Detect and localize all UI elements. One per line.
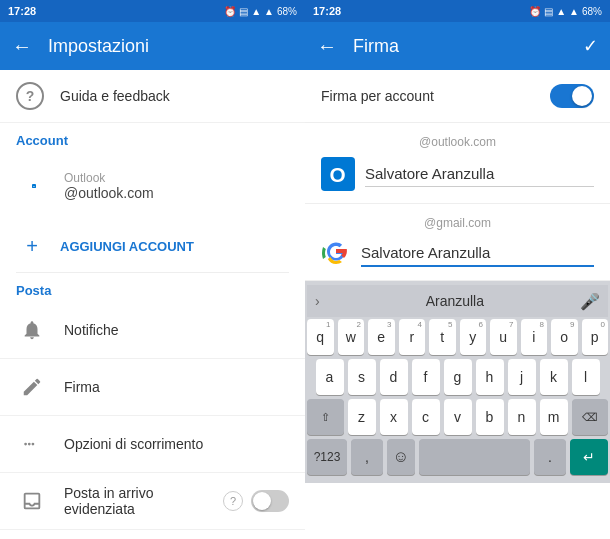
key-o[interactable]: o9 <box>551 319 578 355</box>
help-icon: ? <box>16 82 44 110</box>
page-title-left: Impostazioni <box>48 36 293 57</box>
numbers-key[interactable]: ?123 <box>307 439 347 475</box>
chevron-icon: › <box>315 293 320 309</box>
add-account-label: AGGIUNGI ACCOUNT <box>60 239 194 254</box>
add-account-row[interactable]: + AGGIUNGI ACCOUNT <box>0 220 305 272</box>
time-left: 17:28 <box>8 5 36 17</box>
outlook-firma-icon: O <box>321 157 355 191</box>
key-f[interactable]: f <box>412 359 440 395</box>
status-icons-right: ⏰ ▤ ▲ ▲ 68% <box>529 6 602 17</box>
key-q[interactable]: q1 <box>307 319 334 355</box>
key-c[interactable]: c <box>412 399 440 435</box>
key-w[interactable]: w2 <box>338 319 365 355</box>
enter-key[interactable]: ↵ <box>570 439 608 475</box>
suggestion-word[interactable]: Aranzulla <box>330 293 580 309</box>
status-icons-left: ⏰ ▤ ▲ ▲ 68% <box>224 6 297 17</box>
key-b[interactable]: b <box>476 399 504 435</box>
account-info: Outlook @outlook.com <box>64 171 154 201</box>
firma-label: Firma <box>64 379 289 395</box>
svg-point-4 <box>32 443 35 446</box>
outlook-firma-row: O <box>321 157 594 191</box>
settings-content: ? Guida e feedback Account O Outlook @ou… <box>0 70 305 539</box>
pen-icon <box>16 371 48 403</box>
firma-item[interactable]: Firma <box>0 359 305 416</box>
notifiche-label: Notifiche <box>64 322 289 338</box>
key-p[interactable]: p0 <box>582 319 609 355</box>
bell-icon <box>16 314 48 346</box>
key-e[interactable]: e3 <box>368 319 395 355</box>
key-h[interactable]: h <box>476 359 504 395</box>
scroll-label: Opzioni di scorrimento <box>64 436 289 452</box>
firma-toggle[interactable] <box>550 84 594 108</box>
key-j[interactable]: j <box>508 359 536 395</box>
svg-point-3 <box>28 443 31 446</box>
account-section-header: Account <box>0 123 305 152</box>
alarm-icon-r: ⏰ <box>529 6 541 17</box>
focused-inbox-label: Posta in arrivo evidenziata <box>64 485 223 517</box>
scroll-options-item[interactable]: Opzioni di scorrimento <box>0 416 305 473</box>
notifiche-item[interactable]: Notifiche <box>0 302 305 359</box>
keyboard-row-1: q1 w2 e3 r4 t5 y6 u7 i8 o9 p0 <box>307 319 608 355</box>
outlook-signature-input[interactable] <box>365 161 594 187</box>
save-check-button[interactable]: ✓ <box>583 35 598 57</box>
outlook-firma-section: @outlook.com O <box>305 123 610 204</box>
settings-panel: 17:28 ⏰ ▤ ▲ ▲ 68% ← Impostazioni ? Guida… <box>0 0 305 539</box>
emoji-key[interactable]: ☺ <box>387 439 415 475</box>
key-v[interactable]: v <box>444 399 472 435</box>
battery-icon: 68% <box>277 6 297 17</box>
wifi-icon-r: ▲ <box>556 6 566 17</box>
firma-toggle-row: Firma per account <box>305 70 610 123</box>
key-s[interactable]: s <box>348 359 376 395</box>
mic-icon[interactable]: 🎤 <box>580 292 600 311</box>
keyboard-row-3: ⇧ z x c v b n m ⌫ <box>307 399 608 435</box>
outlook-firma-email: @outlook.com <box>321 135 594 149</box>
backspace-key[interactable]: ⌫ <box>572 399 609 435</box>
key-k[interactable]: k <box>540 359 568 395</box>
help-label: Guida e feedback <box>60 88 289 104</box>
keyboard: › Aranzulla 🎤 q1 w2 e3 r4 t5 y6 u7 i8 o9… <box>305 281 610 483</box>
posta-section-header: Posta <box>0 273 305 302</box>
time-right: 17:28 <box>313 5 341 17</box>
key-n[interactable]: n <box>508 399 536 435</box>
alarm-icon: ⏰ <box>224 6 236 17</box>
keyboard-row-4: ?123 , ☺ . ↵ <box>307 439 608 475</box>
gmail-firma-section: @gmail.com <box>305 204 610 281</box>
sim-icon-r: ▤ <box>544 6 553 17</box>
key-z[interactable]: z <box>348 399 376 435</box>
status-bar-left: 17:28 ⏰ ▤ ▲ ▲ 68% <box>0 0 305 22</box>
key-a[interactable]: a <box>316 359 344 395</box>
outlook-account-item[interactable]: O Outlook @outlook.com <box>0 152 305 220</box>
space-key[interactable] <box>419 439 530 475</box>
shift-key[interactable]: ⇧ <box>307 399 344 435</box>
gmail-firma-email: @gmail.com <box>321 216 594 230</box>
period-key[interactable]: . <box>534 439 566 475</box>
status-bar-right: 17:28 ⏰ ▤ ▲ ▲ 68% <box>305 0 610 22</box>
key-d[interactable]: d <box>380 359 408 395</box>
gmail-signature-input[interactable] <box>361 240 594 267</box>
inbox-icon <box>16 485 48 517</box>
google-firma-icon <box>321 238 351 268</box>
key-t[interactable]: t5 <box>429 319 456 355</box>
help-feedback-item[interactable]: ? Guida e feedback <box>0 70 305 123</box>
account-email: @outlook.com <box>64 185 154 201</box>
key-l[interactable]: l <box>572 359 600 395</box>
signal-icon-r: ▲ <box>569 6 579 17</box>
focused-inbox-toggle[interactable] <box>251 490 289 512</box>
sim-icon: ▤ <box>239 6 248 17</box>
key-r[interactable]: r4 <box>399 319 426 355</box>
info-icon: ? <box>223 491 243 511</box>
key-i[interactable]: i8 <box>521 319 548 355</box>
key-x[interactable]: x <box>380 399 408 435</box>
back-button-left[interactable]: ← <box>12 35 32 58</box>
firma-content: Firma per account @outlook.com O @gmail.… <box>305 70 610 539</box>
svg-point-2 <box>24 443 27 446</box>
key-y[interactable]: y6 <box>460 319 487 355</box>
key-g[interactable]: g <box>444 359 472 395</box>
focused-inbox-item[interactable]: Posta in arrivo evidenziata ? <box>0 473 305 530</box>
key-u[interactable]: u7 <box>490 319 517 355</box>
comma-key[interactable]: , <box>351 439 383 475</box>
signal-icon: ▲ <box>264 6 274 17</box>
back-button-right[interactable]: ← <box>317 35 337 58</box>
outlook-icon: O <box>16 160 52 212</box>
key-m[interactable]: m <box>540 399 568 435</box>
